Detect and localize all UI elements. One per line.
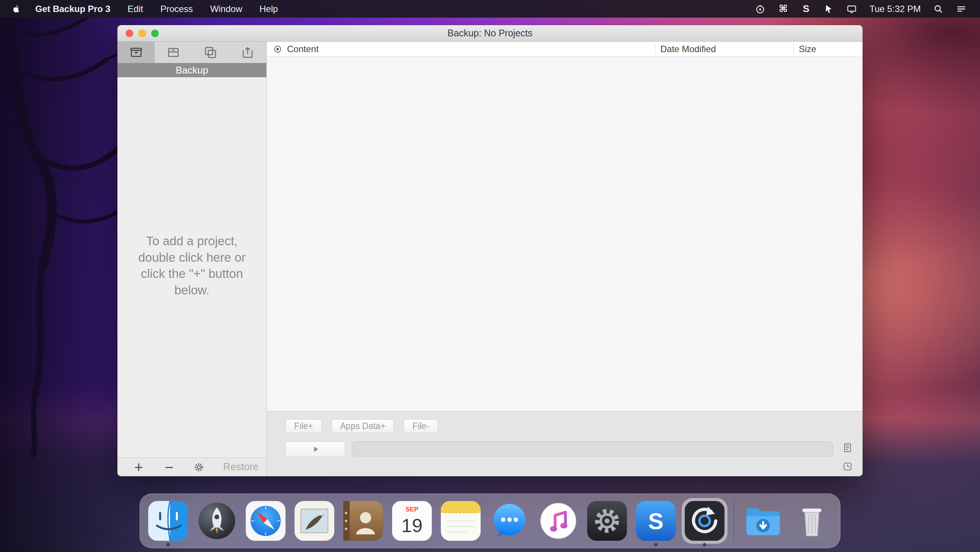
- tab-backup[interactable]: [118, 41, 154, 63]
- column-divider[interactable]: [794, 43, 794, 54]
- empty-project-placeholder: To add a project, double click here or c…: [126, 233, 258, 298]
- dock-get-backup-pro[interactable]: [685, 501, 724, 541]
- restore-mode-toggle[interactable]: Restore: [223, 461, 259, 473]
- dock-notes[interactable]: [441, 501, 480, 541]
- menu-help[interactable]: Help: [259, 4, 278, 14]
- archive-drive-icon: [167, 46, 180, 59]
- dock-finder[interactable]: [148, 501, 188, 541]
- s-app-letter: S: [648, 508, 664, 534]
- file-list-header: Content Date Modified Size: [267, 41, 862, 57]
- dock-safari[interactable]: [246, 501, 286, 541]
- tab-clone[interactable]: [192, 41, 229, 63]
- window-controls: [118, 30, 159, 37]
- log-button[interactable]: [840, 441, 855, 455]
- menu-process[interactable]: Process: [160, 4, 193, 14]
- window-title: Backup: No Projects: [118, 28, 862, 39]
- safari-icon: [246, 501, 286, 541]
- column-divider[interactable]: [655, 43, 655, 54]
- calendar-day-label: 19: [401, 515, 423, 536]
- messages-bubble-icon: [490, 501, 530, 541]
- add-project-button[interactable]: +: [134, 460, 143, 475]
- clone-copies-icon: [204, 46, 217, 59]
- calendar-icon: SEP 19: [392, 501, 432, 541]
- desktop: Get Backup Pro 3 Edit Process Window Hel…: [0, 0, 980, 552]
- menu-bar: Get Backup Pro 3 Edit Process Window Hel…: [0, 0, 980, 17]
- tab-archive[interactable]: [154, 41, 192, 63]
- file-remove-button[interactable]: File-: [404, 419, 438, 433]
- running-indicator: [654, 543, 658, 546]
- apps-data-add-button[interactable]: Apps Data+: [332, 419, 395, 433]
- run-backup-button[interactable]: [286, 441, 345, 457]
- s-app-status-icon[interactable]: S: [801, 3, 811, 14]
- trash-icon: [792, 501, 832, 541]
- minimize-button[interactable]: [138, 30, 146, 37]
- project-settings-button[interactable]: [193, 462, 204, 473]
- cursor-status-icon[interactable]: [824, 4, 834, 14]
- menu-app-name[interactable]: Get Backup Pro 3: [35, 4, 110, 14]
- file-add-button[interactable]: File+: [286, 419, 322, 433]
- contacts-icon: [343, 501, 383, 541]
- get-backup-pro-icon: [685, 501, 724, 541]
- menu-clock[interactable]: Tue 5:32 PM: [869, 4, 921, 14]
- dock-trash[interactable]: [792, 501, 832, 541]
- display-status-icon[interactable]: [846, 4, 857, 14]
- launchpad-icon: [197, 501, 237, 541]
- downloads-folder-icon: [743, 501, 783, 541]
- running-indicator: [703, 543, 706, 546]
- notification-center-icon[interactable]: [956, 4, 966, 14]
- item-toolbar: File+ Apps Data+ File-: [286, 419, 438, 433]
- dock-launchpad[interactable]: [197, 501, 237, 541]
- close-button[interactable]: [126, 30, 133, 37]
- command-key-status-icon[interactable]: ⌘: [778, 3, 788, 14]
- document-log-icon: [842, 441, 853, 454]
- content-scope-icon[interactable]: [274, 45, 282, 53]
- file-list-area[interactable]: [267, 57, 862, 411]
- remove-project-button[interactable]: −: [165, 460, 173, 475]
- apple-menu[interactable]: [11, 4, 21, 14]
- menu-bar-status-area: ⌘ S Tue 5:32 PM: [755, 3, 966, 14]
- apple-icon: [11, 4, 21, 14]
- zoom-button[interactable]: [151, 30, 159, 37]
- menu-edit[interactable]: Edit: [127, 4, 143, 14]
- dock-shottr[interactable]: S: [636, 501, 676, 541]
- mail-stamp-icon: [294, 501, 334, 541]
- tab-restore[interactable]: [229, 41, 266, 63]
- itunes-icon: [538, 501, 578, 541]
- bottom-panel: File+ Apps Data+ File-: [267, 411, 862, 476]
- sidebar-footer: + − Restore: [118, 457, 266, 476]
- dock-contacts[interactable]: [343, 501, 383, 541]
- dock-messages[interactable]: [490, 501, 530, 541]
- dock-separator: [733, 500, 734, 542]
- timer-status-icon[interactable]: [755, 4, 765, 14]
- project-list-area[interactable]: To add a project, double click here or c…: [118, 77, 266, 457]
- notes-icon: [441, 501, 480, 541]
- mode-tabs: [118, 41, 266, 63]
- dock-downloads[interactable]: [743, 501, 783, 541]
- column-date-modified[interactable]: Date Modified: [660, 41, 716, 56]
- menu-window[interactable]: Window: [210, 4, 242, 14]
- backup-archive-box-icon: [129, 46, 143, 59]
- s-app-icon: S: [636, 501, 676, 541]
- calendar-month-label: SEP: [406, 506, 418, 513]
- restore-export-icon: [241, 46, 255, 59]
- sidebar: Backup To add a project, double click he…: [118, 41, 267, 476]
- app-window: Backup: No Projects: [118, 25, 862, 476]
- sidebar-header: Backup: [118, 63, 266, 77]
- finder-icon: [148, 501, 188, 541]
- dock-itunes[interactable]: [538, 501, 578, 541]
- title-bar[interactable]: Backup: No Projects: [118, 25, 862, 41]
- dock-mail[interactable]: [294, 501, 334, 541]
- column-content[interactable]: Content: [287, 44, 318, 54]
- window-body: Backup To add a project, double click he…: [118, 41, 862, 476]
- progress-bar: [352, 441, 833, 456]
- gear-icon: [193, 462, 204, 473]
- clock-icon: [842, 460, 853, 473]
- dock: SEP 19: [140, 493, 840, 548]
- dock-utilities[interactable]: [587, 501, 627, 541]
- column-size[interactable]: Size: [799, 41, 816, 56]
- dark-gear-icon: [587, 501, 627, 541]
- spotlight-search-icon[interactable]: [933, 4, 943, 14]
- dock-calendar[interactable]: SEP 19: [392, 501, 432, 541]
- play-icon: [311, 445, 320, 454]
- schedule-button[interactable]: [840, 459, 855, 474]
